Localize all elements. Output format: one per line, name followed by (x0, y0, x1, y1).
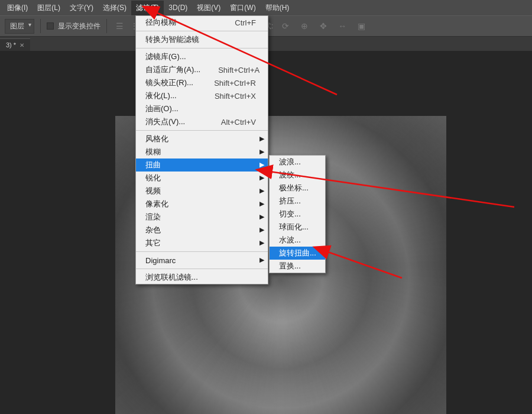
menu-item-video[interactable]: 视频▶ (136, 185, 268, 198)
submenu-arrow-icon: ▶ (259, 187, 264, 195)
menu-item-distort[interactable]: 扭曲▶ (136, 159, 268, 172)
submenu-arrow-icon: ▶ (259, 174, 264, 182)
submenu-item-ripple[interactable]: 波纹... (270, 169, 325, 182)
menu-image[interactable]: 图像(I) (2, 1, 33, 15)
menu-layer[interactable]: 图层(L) (33, 1, 65, 15)
separator (136, 48, 268, 48)
3d-camera-icon[interactable]: ▣ (355, 20, 368, 33)
menu-item-pixelate[interactable]: 像素化▶ (136, 198, 268, 211)
menu-item-vanishing-point[interactable]: 消失点(V)...Alt+Ctrl+V (136, 115, 268, 128)
submenu-arrow-icon: ▶ (259, 256, 264, 264)
menu-item-last-filter[interactable]: 径向模糊 Ctrl+F (136, 16, 268, 29)
menu-item-noise[interactable]: 杂色▶ (136, 224, 268, 237)
menu-view[interactable]: 视图(V) (192, 1, 225, 15)
align-icon[interactable]: ☰ (113, 20, 126, 33)
separator (136, 31, 268, 31)
menu-filter[interactable]: 滤镜(T) (131, 1, 164, 15)
menu-item-other[interactable]: 其它▶ (136, 237, 268, 250)
separator (106, 19, 107, 33)
menu-select[interactable]: 选择(S) (98, 1, 131, 15)
menu-item-convert-smart[interactable]: 转换为智能滤镜 (136, 33, 268, 46)
menu-item-digimarc[interactable]: Digimarc▶ (136, 254, 268, 267)
3d-pan-icon[interactable]: ✥ (317, 20, 330, 33)
menubar: 图像(I) 图层(L) 文字(Y) 选择(S) 滤镜(T) 3D(D) 视图(V… (0, 0, 532, 15)
menu-item-oilpaint[interactable]: 油画(O)... (136, 102, 268, 115)
close-icon[interactable]: ✕ (20, 42, 24, 48)
separator (136, 251, 268, 252)
menu-item-sharpen[interactable]: 锐化▶ (136, 172, 268, 185)
submenu-item-pinch[interactable]: 挤压... (270, 195, 325, 208)
menu-help[interactable]: 帮助(H) (261, 1, 294, 15)
submenu-item-displace[interactable]: 置换... (270, 260, 325, 273)
separator (136, 269, 268, 269)
menu-item-browse-online[interactable]: 浏览联机滤镜... (136, 271, 268, 284)
menu-item-lens-correction[interactable]: 镜头校正(R)...Shift+Ctrl+R (136, 76, 268, 89)
submenu-item-twirl[interactable]: 旋转扭曲... (270, 247, 325, 260)
submenu-arrow-icon: ▶ (259, 213, 264, 221)
menu-window[interactable]: 窗口(W) (225, 1, 260, 15)
menu-item-filter-gallery[interactable]: 滤镜库(G)... (136, 50, 268, 63)
submenu-item-spherize[interactable]: 球面化... (270, 221, 325, 234)
menu-item-blur[interactable]: 模糊▶ (136, 145, 268, 159)
submenu-arrow-icon: ▶ (259, 161, 264, 169)
distort-submenu: 波浪... 波纹... 极坐标... 挤压... 切变... 球面化... 水波… (269, 155, 326, 273)
separator (40, 19, 41, 33)
submenu-item-zigzag[interactable]: 水波... (270, 234, 325, 247)
menu-type[interactable]: 文字(Y) (65, 1, 98, 15)
separator (136, 130, 268, 131)
menu-item-render[interactable]: 渲染▶ (136, 211, 268, 224)
submenu-arrow-icon: ▶ (259, 200, 264, 208)
menu-item-liquify[interactable]: 液化(L)...Shift+Ctrl+X (136, 89, 268, 102)
submenu-arrow-icon: ▶ (259, 135, 264, 143)
document-tab[interactable]: 3) * ✕ (0, 38, 30, 51)
submenu-item-shear[interactable]: 切变... (270, 208, 325, 221)
menu-item-adaptive-wide[interactable]: 自适应广角(A)...Shift+Ctrl+A (136, 63, 268, 76)
checkbox-icon (47, 22, 54, 30)
menu-item-stylize[interactable]: 风格化▶ (136, 132, 268, 145)
submenu-arrow-icon: ▶ (259, 226, 264, 234)
3d-rotate-icon[interactable]: ⊕ (298, 20, 311, 33)
3d-slide-icon[interactable]: ↔ (336, 20, 349, 33)
submenu-arrow-icon: ▶ (259, 148, 264, 156)
show-transform-toggle[interactable]: 显示变换控件 (47, 21, 100, 31)
document-tab-label: 3) * (6, 41, 16, 48)
menu-3d[interactable]: 3D(D) (164, 1, 192, 14)
submenu-item-wave[interactable]: 波浪... (270, 156, 325, 169)
3d-orbit-icon[interactable]: ⟳ (279, 20, 292, 33)
layer-dropdown[interactable]: 图层 (5, 19, 34, 34)
submenu-arrow-icon: ▶ (259, 239, 264, 247)
show-transform-label: 显示变换控件 (58, 22, 100, 30)
filter-menu: 径向模糊 Ctrl+F 转换为智能滤镜 滤镜库(G)... 自适应广角(A)..… (135, 15, 268, 284)
submenu-item-polar[interactable]: 极坐标... (270, 182, 325, 195)
